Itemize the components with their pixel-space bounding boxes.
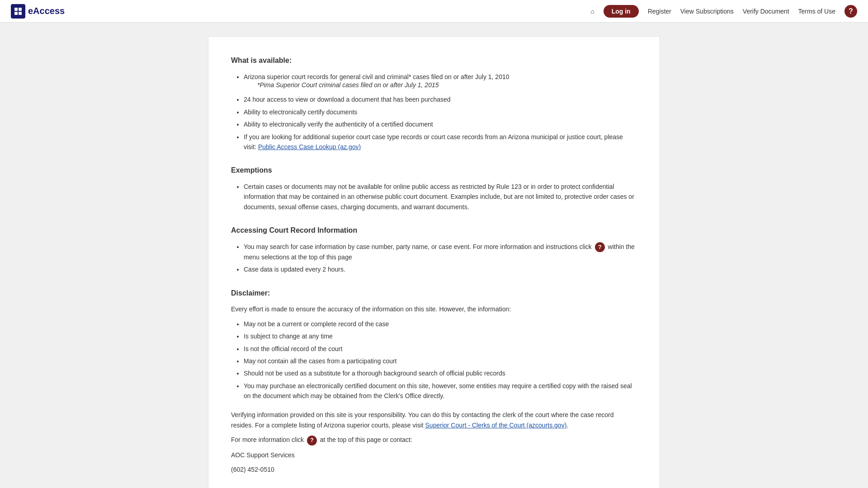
exemptions-list: Certain cases or documents may not be av…	[231, 182, 637, 212]
public-access-link[interactable]: Public Access Case Lookup (az.gov)	[258, 143, 361, 150]
disclaimer-list: May not be a current or complete record …	[231, 319, 637, 401]
help-icon[interactable]: ?	[844, 5, 857, 18]
list-item: You may search for case information by c…	[244, 242, 637, 263]
superior-court-link[interactable]: Superior Court - Clerks of the Court (az…	[425, 422, 567, 429]
list-item: May not be a current or complete record …	[244, 319, 637, 329]
verify-document-nav-link[interactable]: Verify Document	[743, 8, 789, 15]
aoc-phone: (602) 452-0510	[231, 465, 637, 474]
list-item: Should not be used as a substitute for a…	[244, 368, 637, 378]
brand-name: eAccess	[28, 6, 65, 16]
view-subscriptions-nav-link[interactable]: View Subscriptions	[680, 8, 734, 15]
navbar: eAccess ⌂ Log in Register View Subscript…	[0, 0, 868, 23]
page-wrapper: What is available: Arizona superior cour…	[0, 23, 868, 488]
list-item: May not contain all the cases from a par…	[244, 356, 637, 366]
list-item: You may purchase an electronically certi…	[244, 381, 637, 401]
list-item: Ability to electronically certify docume…	[244, 107, 637, 117]
help-inline-icon-2: ?	[307, 436, 317, 446]
help-inline-icon: ?	[595, 242, 605, 252]
list-item: Ability to electronically verify the aut…	[244, 119, 637, 129]
list-item: 24 hour access to view or download a doc…	[244, 94, 637, 104]
register-nav-link[interactable]: Register	[648, 8, 671, 15]
logo-icon	[11, 4, 25, 19]
svg-rect-0	[14, 8, 18, 11]
brand-logo[interactable]: eAccess	[11, 4, 65, 19]
accessing-list: You may search for case information by c…	[231, 242, 637, 275]
disclaimer-title: Disclaimer:	[231, 287, 637, 299]
list-item: Case data is updated every 2 hours.	[244, 264, 637, 274]
exemptions-body: Certain cases or documents may not be av…	[244, 182, 637, 212]
list-item: If you are looking for additional superi…	[244, 132, 637, 152]
list-sub-item: *Pima Superior Court criminal cases file…	[257, 80, 637, 90]
disclaimer-intro: Every effort is made to ensure the accur…	[231, 304, 637, 314]
accessing-title: Accessing Court Record Information	[231, 225, 637, 236]
more-info-text: For more information click ? at the top …	[231, 435, 637, 445]
what-is-available-title: What is available:	[231, 55, 637, 66]
list-item: Arizona superior court records for gener…	[244, 72, 637, 90]
what-is-available-list: Arizona superior court records for gener…	[231, 72, 637, 152]
aoc-title: AOC Support Services	[231, 450, 637, 460]
svg-rect-1	[19, 8, 22, 11]
list-item: Is subject to change at any time	[244, 331, 637, 341]
verifying-text: Verifying information provided on this s…	[231, 410, 637, 430]
list-item: Is not the official record of the court	[244, 344, 637, 354]
login-button[interactable]: Log in	[604, 5, 639, 18]
home-nav-link[interactable]: ⌂	[590, 8, 594, 15]
terms-nav-link[interactable]: Terms of Use	[798, 8, 835, 15]
nav-links: ⌂ Log in Register View Subscriptions Ver…	[590, 5, 857, 18]
svg-rect-3	[19, 12, 22, 15]
svg-rect-2	[14, 12, 18, 15]
content-card: What is available: Arizona superior cour…	[208, 36, 660, 488]
exemptions-title: Exemptions	[231, 164, 637, 176]
